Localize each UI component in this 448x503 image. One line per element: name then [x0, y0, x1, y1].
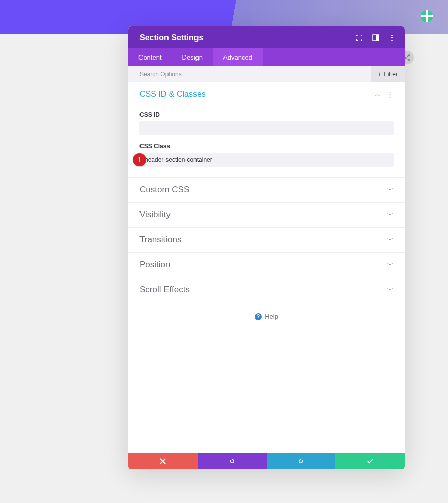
css-id-label: CSS ID: [139, 111, 394, 118]
chevron-down-icon: ﹀: [387, 261, 394, 269]
section-header-visibility[interactable]: Visibility ﹀: [128, 203, 405, 227]
redo-button[interactable]: [267, 453, 336, 469]
filter-button[interactable]: + Filter: [371, 66, 405, 82]
field-css-class: CSS Class 1: [139, 143, 394, 167]
tab-advanced[interactable]: Advanced: [213, 48, 263, 66]
chevron-down-icon: ﹀: [387, 236, 394, 244]
help-label: Help: [265, 313, 278, 320]
chevron-down-icon: ﹀: [387, 186, 394, 194]
section-title: Custom CSS: [139, 185, 189, 195]
section-header-transitions[interactable]: Transitions ﹀: [128, 228, 405, 252]
tab-content[interactable]: Content: [128, 48, 172, 66]
section-header-css-id-classes[interactable]: CSS ID & Classes ︿ ⋮: [128, 82, 405, 106]
section-custom-css: Custom CSS ﹀: [128, 178, 405, 203]
redo-icon: [298, 458, 304, 464]
section-title: Visibility: [139, 210, 171, 220]
section-header-custom-css[interactable]: Custom CSS ﹀: [128, 178, 405, 202]
annotation-step-badge: 1: [133, 153, 146, 166]
panel-header-icons: ⋮: [356, 34, 396, 41]
section-body-css-id-classes: CSS ID CSS Class 1: [128, 106, 405, 177]
panel-title: Section Settings: [139, 33, 203, 42]
panel-header: Section Settings ⋮: [128, 26, 405, 48]
chevron-down-icon: ﹀: [387, 286, 394, 294]
more-menu-icon[interactable]: ⋮: [388, 34, 396, 41]
section-position: Position ﹀: [128, 253, 405, 277]
section-css-id-classes: CSS ID & Classes ︿ ⋮ CSS ID CSS Class 1: [128, 82, 405, 178]
panel-footer: [128, 453, 405, 469]
add-section-button[interactable]: [421, 10, 433, 22]
dock-icon[interactable]: [372, 34, 379, 41]
undo-icon: [229, 458, 235, 464]
search-input[interactable]: [139, 66, 371, 82]
section-header-position[interactable]: Position ﹀: [128, 253, 405, 277]
save-button[interactable]: [335, 453, 405, 469]
css-class-label: CSS Class: [139, 143, 394, 150]
section-title: Scroll Effects: [139, 285, 190, 295]
tab-design[interactable]: Design: [172, 48, 213, 66]
expand-icon[interactable]: [356, 34, 363, 41]
search-row: + Filter: [128, 66, 405, 82]
cancel-button[interactable]: [128, 453, 198, 469]
filter-label: Filter: [384, 71, 398, 78]
panel-body: CSS ID & Classes ︿ ⋮ CSS ID CSS Class 1: [128, 82, 405, 453]
chevron-up-icon: ︿: [375, 90, 381, 99]
section-transitions: Transitions ﹀: [128, 228, 405, 253]
section-title: CSS ID & Classes: [139, 90, 206, 99]
section-more-icon[interactable]: ⋮: [387, 91, 394, 98]
help-row[interactable]: ? Help: [128, 302, 405, 330]
settings-panel: Section Settings ⋮ Content Design Advanc…: [128, 26, 405, 469]
plus-icon: +: [378, 71, 381, 78]
close-icon: [160, 458, 166, 464]
section-title: Position: [139, 260, 170, 270]
section-title: Transitions: [139, 235, 182, 245]
section-scroll-effects: Scroll Effects ﹀: [128, 277, 405, 302]
panel-tabs: Content Design Advanced: [128, 48, 405, 66]
field-css-id: CSS ID: [139, 111, 394, 135]
chevron-down-icon: ﹀: [387, 211, 394, 219]
css-id-input[interactable]: [139, 121, 394, 135]
undo-button[interactable]: [198, 453, 267, 469]
help-icon: ?: [255, 313, 262, 320]
section-visibility: Visibility ﹀: [128, 203, 405, 228]
svg-rect-4: [376, 35, 379, 41]
css-class-input[interactable]: [139, 153, 394, 167]
check-icon: [367, 458, 373, 464]
section-header-scroll-effects[interactable]: Scroll Effects ﹀: [128, 277, 405, 302]
